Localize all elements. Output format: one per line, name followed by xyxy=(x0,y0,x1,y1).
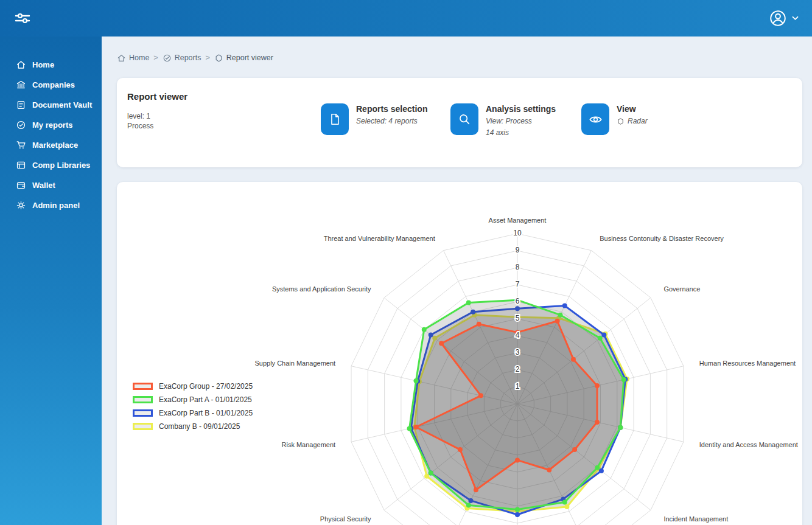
radar-data-point xyxy=(466,502,471,507)
widget-subtitle: Selected: 4 reports xyxy=(356,117,427,125)
legend-swatch xyxy=(133,383,153,390)
radar-data-point xyxy=(562,499,567,504)
radar-data-point xyxy=(515,507,520,512)
radar-data-point xyxy=(413,425,418,429)
radial-tick-label: 10 xyxy=(513,229,522,237)
radar-data-point xyxy=(555,319,560,324)
radar-data-point xyxy=(599,468,604,473)
wallet-icon xyxy=(16,180,26,190)
axis-label: Risk Management xyxy=(282,441,336,448)
my-reports-icon xyxy=(16,120,26,130)
legend-label: ExaCorp Part A - 01/01/2025 xyxy=(159,395,252,404)
radar-data-point xyxy=(477,322,481,327)
breadcrumb-item-home[interactable]: Home xyxy=(117,54,149,63)
breadcrumb-label: Report viewer xyxy=(226,54,273,62)
axis-label: Human Resources Management xyxy=(699,360,796,367)
widget-subtitle: 14 axis xyxy=(486,129,556,137)
breadcrumb-item-reports[interactable]: Reports xyxy=(163,54,201,63)
radar-data-point xyxy=(429,470,433,475)
breadcrumb-separator: > xyxy=(153,54,158,62)
axis-label: Incident Management xyxy=(663,515,728,523)
radar-data-point xyxy=(595,383,600,388)
legend-label: ExaCorp Part B - 01/01/2025 xyxy=(159,409,253,417)
radar-data-point xyxy=(515,457,520,462)
radar-data-point xyxy=(547,467,551,472)
legend-item[interactable]: ExaCorp Part A - 01/01/2025 xyxy=(133,393,253,406)
admin-panel-gear-icon xyxy=(16,200,26,210)
axis-label: Asset Management xyxy=(489,217,547,224)
widget-title: View xyxy=(617,104,648,114)
axis-label: Systems and Application Security xyxy=(272,285,371,293)
companies-icon xyxy=(16,80,26,90)
radial-tick-label: 6 xyxy=(516,297,520,305)
eye-icon xyxy=(589,113,603,127)
document-vault-icon xyxy=(16,100,26,110)
level-label: level: 1 xyxy=(127,111,153,121)
legend-swatch xyxy=(133,423,153,430)
sidebar-item-marketplace[interactable]: Marketplace xyxy=(0,135,102,155)
view-button[interactable] xyxy=(581,103,609,135)
reports-selection-button[interactable] xyxy=(321,103,349,135)
comp-libraries-icon xyxy=(16,160,26,170)
sidebar-item-label: Wallet xyxy=(32,181,55,190)
radial-tick-label: 9 xyxy=(516,246,520,254)
radial-tick-label: 2 xyxy=(516,365,520,374)
user-avatar-icon[interactable] xyxy=(769,9,787,27)
legend-label: Combany B - 09/01/2025 xyxy=(159,422,240,431)
analysis-settings-button[interactable] xyxy=(450,103,478,135)
radar-data-point xyxy=(601,333,606,338)
hexagon-icon xyxy=(617,117,625,125)
sidebar-item-document-vault[interactable]: Document Vault xyxy=(0,95,102,115)
radar-data-point xyxy=(572,447,577,452)
radial-tick-label: 7 xyxy=(516,280,520,288)
radar-data-point xyxy=(424,474,429,479)
legend-item[interactable]: Combany B - 09/01/2025 xyxy=(133,420,253,433)
radar-data-point xyxy=(422,327,427,332)
legend-item[interactable]: ExaCorp Part B - 01/01/2025 xyxy=(133,406,253,420)
breadcrumb: Home > Reports > Report viewer xyxy=(117,52,802,63)
hexagon-icon xyxy=(214,54,223,63)
widget-title: Analysis settings xyxy=(486,104,556,114)
axis-label: Supply Chain Management xyxy=(254,360,335,367)
sidebar-item-label: Admin panel xyxy=(32,201,80,210)
axis-label: Threat and Vulnerability Management xyxy=(324,235,435,242)
sidebar-item-companies[interactable]: Companies xyxy=(0,75,102,95)
radial-tick-label: 3 xyxy=(516,348,520,356)
breadcrumb-item-report-viewer: Report viewer xyxy=(214,54,273,63)
radar-data-point xyxy=(571,357,576,362)
menu-icon[interactable] xyxy=(13,10,34,27)
radar-data-point xyxy=(466,301,471,305)
sidebar-item-my-reports[interactable]: My reports xyxy=(0,115,102,135)
widget-title: Reports selection xyxy=(356,104,427,114)
axis-label: Physical Security xyxy=(320,515,371,523)
legend-item[interactable]: ExaCorp Group - 27/02/2025 xyxy=(133,380,253,393)
radar-data-point xyxy=(413,378,418,383)
legend-label: ExaCorp Group - 27/02/2025 xyxy=(159,382,253,391)
radar-chart-svg: 12345678910Asset ManagementBusiness Cont… xyxy=(117,182,802,525)
sidebar-item-admin-panel[interactable]: Admin panel xyxy=(0,195,102,215)
page-title: Report viewer xyxy=(127,91,187,102)
sidebar: Home Companies Document Vault My reports… xyxy=(0,37,102,525)
axis-label: Identity and Access Management xyxy=(699,441,798,448)
sidebar-item-home[interactable]: Home xyxy=(0,55,102,75)
legend-swatch xyxy=(133,409,153,417)
radial-tick-label: 8 xyxy=(516,263,520,271)
account-menu[interactable] xyxy=(769,9,799,27)
level-info: level: 1 Process xyxy=(127,111,153,131)
radar-data-point xyxy=(621,377,626,382)
sidebar-item-label: Comp Libraries xyxy=(32,161,90,170)
top-bar xyxy=(0,0,812,37)
view-widget: View Radar xyxy=(581,103,648,135)
marketplace-icon xyxy=(16,140,26,150)
widget-subtitle: View: Process xyxy=(486,117,556,125)
sidebar-item-comp-libraries[interactable]: Comp Libraries xyxy=(0,155,102,175)
chevron-down-icon[interactable] xyxy=(792,16,799,21)
radar-data-point xyxy=(458,447,463,452)
sidebar-item-wallet[interactable]: Wallet xyxy=(0,175,102,195)
radar-chart-card: 12345678910Asset ManagementBusiness Cont… xyxy=(117,182,802,525)
breadcrumb-label: Reports xyxy=(175,54,201,62)
document-icon xyxy=(328,113,341,126)
radar-data-point xyxy=(595,465,600,470)
widget-subtitle: Radar xyxy=(617,117,648,125)
radar-data-point xyxy=(618,425,623,430)
